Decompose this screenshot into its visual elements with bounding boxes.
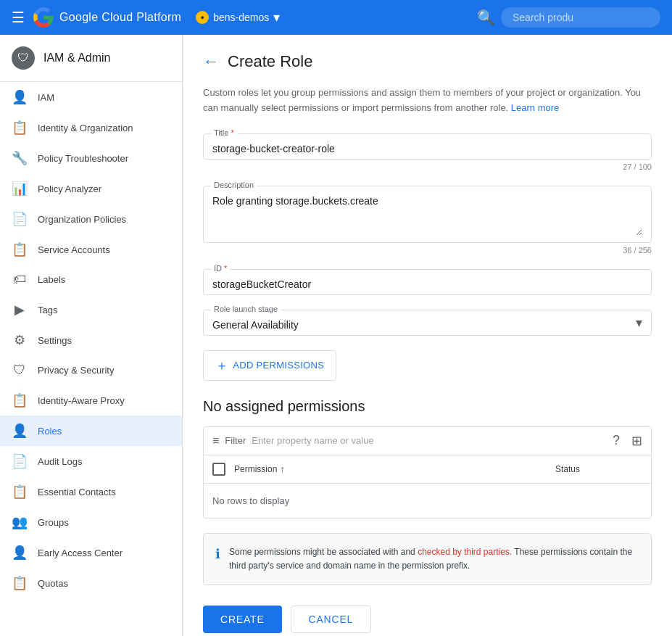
- help-icon[interactable]: ?: [613, 433, 620, 449]
- sidebar-item-early-access-center[interactable]: 👤 Early Access Center: [0, 537, 182, 568]
- quotas-icon: 📋: [12, 575, 28, 591]
- org-policies-icon: 📄: [12, 211, 28, 227]
- sidebar-item-label: Essential Contacts: [38, 487, 116, 497]
- groups-icon: 👥: [12, 514, 28, 530]
- launch-stage-select[interactable]: AlphaBetaGeneral AvailabilityDisabled: [212, 316, 642, 331]
- sidebar-item-label: Quotas: [38, 578, 68, 589]
- sidebar-item-privacy-security[interactable]: 🛡 Privacy & Security: [0, 355, 182, 385]
- identity-aware-proxy-icon: 📋: [12, 392, 28, 408]
- sidebar-item-quotas[interactable]: 📋 Quotas: [0, 568, 182, 598]
- add-permissions-button[interactable]: ＋ ADD PERMISSIONS: [203, 350, 336, 381]
- labels-icon: 🏷: [12, 272, 28, 287]
- sidebar-item-org-policies[interactable]: 📄 Organization Policies: [0, 204, 182, 234]
- description-counter: 36 / 256: [203, 246, 652, 255]
- sidebar-item-groups[interactable]: 👥 Groups: [0, 507, 182, 537]
- back-button[interactable]: ←: [203, 52, 219, 71]
- roles-icon: 👤: [12, 423, 28, 439]
- sidebar-item-roles[interactable]: 👤 Roles: [0, 416, 182, 446]
- policy-troubleshooter-icon: 🔧: [12, 150, 28, 166]
- description-field: Description Role granting storage.bucket…: [203, 186, 652, 255]
- layout: 🛡 IAM & Admin 👤 IAM 📋 Identity & Organiz…: [0, 35, 672, 636]
- filter-actions: ? ⊞: [613, 433, 642, 449]
- sidebar-item-identity-org[interactable]: 📋 Identity & Organization: [0, 112, 182, 143]
- sidebar-item-tags[interactable]: ▶ Tags: [0, 294, 182, 325]
- sidebar-item-label: Service Accounts: [38, 244, 110, 255]
- sidebar-item-label: Policy Troubleshooter: [38, 153, 128, 164]
- filter-icon: ≡: [212, 434, 219, 447]
- sidebar-item-label: Labels: [38, 274, 65, 285]
- chevron-down-icon: ▾: [273, 9, 280, 25]
- description-label: Description: [211, 181, 257, 189]
- launch-stage-label: Role launch stage: [211, 305, 281, 313]
- search-icon[interactable]: 🔍: [477, 9, 495, 26]
- search-area: 🔍: [477, 7, 660, 28]
- sidebar-item-label: Settings: [38, 335, 72, 346]
- sidebar-item-label: Privacy & Security: [38, 365, 114, 376]
- sidebar-item-policy-analyzer[interactable]: 📊 Policy Analyzer: [0, 173, 182, 204]
- sidebar-item-labels[interactable]: 🏷 Labels: [0, 265, 182, 294]
- app-logo: Google Cloud Platform: [33, 7, 181, 28]
- project-name: bens-demos: [213, 12, 269, 23]
- filter-input[interactable]: [252, 435, 607, 446]
- table-header: Permission ↑ Status: [204, 455, 651, 484]
- sidebar-item-label: Policy Analyzer: [38, 183, 101, 194]
- page-header: ← Create Role: [203, 52, 652, 71]
- sidebar-item-service-accounts[interactable]: 📋 Service Accounts: [0, 234, 182, 265]
- sidebar-item-iam[interactable]: 👤 IAM: [0, 82, 182, 112]
- menu-icon[interactable]: ☰: [12, 9, 25, 26]
- tags-icon: ▶: [12, 302, 28, 318]
- sidebar-item-settings[interactable]: ⚙ Settings: [0, 325, 182, 355]
- sidebar-item-essential-contacts[interactable]: 📋 Essential Contacts: [0, 476, 182, 507]
- id-field: ID *: [203, 269, 652, 295]
- privacy-security-icon: 🛡: [12, 363, 28, 378]
- permissions-section-title: No assigned permissions: [203, 398, 652, 415]
- cancel-button[interactable]: CANCEL: [291, 606, 372, 633]
- columns-icon[interactable]: ⊞: [631, 433, 642, 449]
- description-textarea[interactable]: Role granting storage.buckets.create: [212, 192, 642, 236]
- sidebar-item-label: Identity-Aware Proxy: [38, 395, 125, 406]
- info-box-text: Some permissions might be associated wit…: [229, 545, 639, 573]
- search-input[interactable]: [501, 7, 660, 28]
- id-input[interactable]: [212, 276, 642, 290]
- permissions-table: Permission ↑ Status No rows to display: [203, 455, 652, 519]
- filter-bar: ≡ Filter ? ⊞: [203, 426, 652, 455]
- sidebar-item-identity-aware-proxy[interactable]: 📋 Identity-Aware Proxy: [0, 385, 182, 416]
- learn-more-link[interactable]: Learn more: [511, 102, 559, 113]
- app-name: Google Cloud Platform: [59, 11, 181, 24]
- sidebar-item-policy-troubleshooter[interactable]: 🔧 Policy Troubleshooter: [0, 143, 182, 173]
- filter-label: Filter: [225, 435, 246, 446]
- plus-icon: ＋: [215, 357, 228, 374]
- topbar: ☰ Google Cloud Platform ● bens-demos ▾ 🔍: [0, 0, 672, 35]
- title-input[interactable]: [212, 140, 642, 154]
- no-rows-message: No rows to display: [204, 484, 651, 518]
- main-content: ← Create Role Custom roles let you group…: [183, 35, 672, 636]
- launch-stage-field: Role launch stage AlphaBetaGeneral Avail…: [203, 310, 652, 336]
- sort-icon[interactable]: ↑: [280, 463, 285, 475]
- policy-analyzer-icon: 📊: [12, 181, 28, 197]
- sidebar-item-label: Audit Logs: [38, 456, 82, 467]
- permission-column-header: Permission ↑: [234, 463, 547, 475]
- identity-org-icon: 📋: [12, 120, 28, 136]
- iam-admin-icon: 🛡: [12, 46, 35, 70]
- title-field: Title * 27 / 100: [203, 133, 652, 171]
- sidebar-item-label: Groups: [38, 517, 69, 528]
- project-selector[interactable]: ● bens-demos ▾: [196, 9, 280, 25]
- info-description: Custom roles let you group permissions a…: [203, 86, 652, 116]
- sidebar-item-label: Organization Policies: [38, 214, 126, 225]
- sidebar-header: 🛡 IAM & Admin: [0, 35, 182, 82]
- info-icon: ℹ: [215, 546, 220, 562]
- settings-icon: ⚙: [12, 332, 28, 348]
- title-label: Title *: [211, 128, 237, 137]
- create-button[interactable]: CREATE: [203, 606, 282, 633]
- select-all-checkbox[interactable]: [212, 463, 225, 476]
- audit-logs-icon: 📄: [12, 453, 28, 469]
- sidebar-item-audit-logs[interactable]: 📄 Audit Logs: [0, 446, 182, 476]
- project-icon: ●: [196, 11, 209, 24]
- info-box: ℹ Some permissions might be associated w…: [203, 533, 652, 585]
- early-access-center-icon: 👤: [12, 545, 28, 561]
- iam-icon: 👤: [12, 89, 28, 105]
- page-title: Create Role: [228, 52, 312, 71]
- sidebar-item-label: IAM: [38, 92, 54, 103]
- service-accounts-icon: 📋: [12, 241, 28, 257]
- status-column-header: Status: [555, 464, 642, 474]
